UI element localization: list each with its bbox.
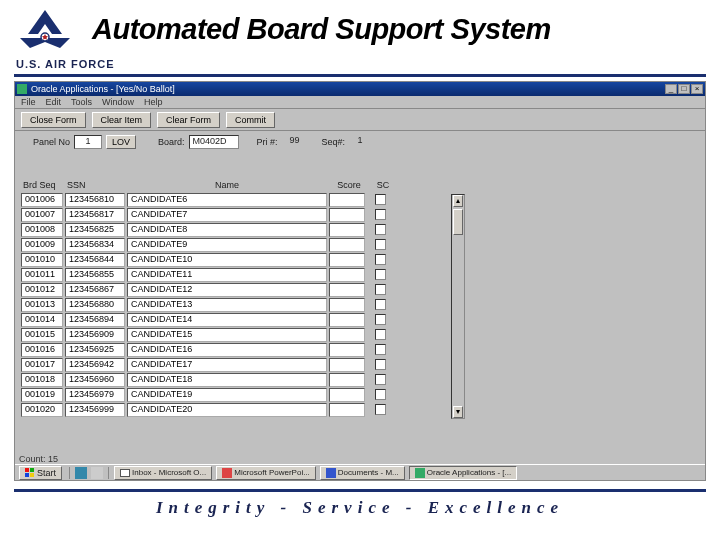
cell-seq[interactable]: 001015	[21, 328, 63, 342]
scroll-up-icon[interactable]: ▴	[453, 195, 463, 207]
table-row[interactable]: 001008123456825CANDIDATE8	[21, 222, 451, 237]
cell-ssn[interactable]: 123456844	[65, 253, 125, 267]
clear-item-button[interactable]: Clear Item	[92, 112, 152, 128]
cell-seq[interactable]: 001007	[21, 208, 63, 222]
cell-name[interactable]: CANDIDATE19	[127, 388, 327, 402]
table-row[interactable]: 001018123456960CANDIDATE18	[21, 372, 451, 387]
cell-score[interactable]	[329, 193, 365, 207]
cell-seq[interactable]: 001006	[21, 193, 63, 207]
cell-ssn[interactable]: 123456979	[65, 388, 125, 402]
close-form-button[interactable]: Close Form	[21, 112, 86, 128]
cell-seq[interactable]: 001009	[21, 238, 63, 252]
cell-ssn[interactable]: 123456867	[65, 283, 125, 297]
scroll-down-icon[interactable]: ▾	[453, 406, 463, 418]
table-row[interactable]: 001019123456979CANDIDATE19	[21, 387, 451, 402]
cell-name[interactable]: CANDIDATE20	[127, 403, 327, 417]
grid-scrollbar[interactable]: ▴ ▾	[451, 194, 465, 419]
cell-score[interactable]	[329, 238, 365, 252]
cell-ssn[interactable]: 123456894	[65, 313, 125, 327]
cell-score[interactable]	[329, 403, 365, 417]
table-row[interactable]: 001007123456817CANDIDATE7	[21, 207, 451, 222]
cell-ssn[interactable]: 123456925	[65, 343, 125, 357]
cell-seq[interactable]: 001016	[21, 343, 63, 357]
sc-checkbox[interactable]	[375, 239, 386, 250]
cell-name[interactable]: CANDIDATE16	[127, 343, 327, 357]
cell-ssn[interactable]: 123456855	[65, 268, 125, 282]
menu-edit[interactable]: Edit	[46, 97, 62, 107]
table-row[interactable]: 001010123456844CANDIDATE10	[21, 252, 451, 267]
sc-checkbox[interactable]	[375, 314, 386, 325]
quicklaunch-icon[interactable]	[75, 467, 87, 479]
sc-checkbox[interactable]	[375, 404, 386, 415]
cell-seq[interactable]: 001012	[21, 283, 63, 297]
sc-checkbox[interactable]	[375, 344, 386, 355]
cell-score[interactable]	[329, 388, 365, 402]
sc-checkbox[interactable]	[375, 329, 386, 340]
scroll-thumb[interactable]	[453, 209, 463, 235]
task-item[interactable]: Microsoft PowerPoi...	[216, 466, 316, 480]
cell-ssn[interactable]: 123456942	[65, 358, 125, 372]
cell-name[interactable]: CANDIDATE12	[127, 283, 327, 297]
cell-name[interactable]: CANDIDATE9	[127, 238, 327, 252]
board-value[interactable]: M0402D	[189, 135, 239, 149]
cell-ssn[interactable]: 123456909	[65, 328, 125, 342]
cell-name[interactable]: CANDIDATE7	[127, 208, 327, 222]
cell-seq[interactable]: 001017	[21, 358, 63, 372]
sc-checkbox[interactable]	[375, 359, 386, 370]
cell-name[interactable]: CANDIDATE18	[127, 373, 327, 387]
menu-file[interactable]: File	[21, 97, 36, 107]
cell-ssn[interactable]: 123456999	[65, 403, 125, 417]
cell-name[interactable]: CANDIDATE13	[127, 298, 327, 312]
maximize-icon[interactable]: □	[678, 84, 690, 94]
window-titlebar[interactable]: Oracle Applications - [Yes/No Ballot] _ …	[15, 82, 705, 96]
cell-score[interactable]	[329, 268, 365, 282]
menu-tools[interactable]: Tools	[71, 97, 92, 107]
task-item[interactable]: Inbox - Microsoft O...	[114, 466, 212, 480]
start-button[interactable]: Start	[19, 466, 62, 480]
table-row[interactable]: 001014123456894CANDIDATE14	[21, 312, 451, 327]
menu-window[interactable]: Window	[102, 97, 134, 107]
cell-ssn[interactable]: 123456817	[65, 208, 125, 222]
cell-score[interactable]	[329, 223, 365, 237]
menu-help[interactable]: Help	[144, 97, 163, 107]
table-row[interactable]: 001015123456909CANDIDATE15	[21, 327, 451, 342]
cell-seq[interactable]: 001008	[21, 223, 63, 237]
lov-button[interactable]: LOV	[106, 135, 136, 149]
cell-score[interactable]	[329, 373, 365, 387]
cell-score[interactable]	[329, 283, 365, 297]
cell-score[interactable]	[329, 358, 365, 372]
sc-checkbox[interactable]	[375, 269, 386, 280]
cell-seq[interactable]: 001014	[21, 313, 63, 327]
cell-ssn[interactable]: 123456960	[65, 373, 125, 387]
commit-button[interactable]: Commit	[226, 112, 275, 128]
sc-checkbox[interactable]	[375, 194, 386, 205]
sc-checkbox[interactable]	[375, 299, 386, 310]
table-row[interactable]: 001009123456834CANDIDATE9	[21, 237, 451, 252]
cell-name[interactable]: CANDIDATE17	[127, 358, 327, 372]
cell-ssn[interactable]: 123456880	[65, 298, 125, 312]
task-item[interactable]: Oracle Applications - [...	[409, 466, 517, 480]
cell-score[interactable]	[329, 343, 365, 357]
sc-checkbox[interactable]	[375, 224, 386, 235]
table-row[interactable]: 001016123456925CANDIDATE16	[21, 342, 451, 357]
cell-score[interactable]	[329, 298, 365, 312]
clear-form-button[interactable]: Clear Form	[157, 112, 220, 128]
cell-seq[interactable]: 001019	[21, 388, 63, 402]
close-icon[interactable]: ×	[691, 84, 703, 94]
task-item[interactable]: Documents - M...	[320, 466, 405, 480]
cell-name[interactable]: CANDIDATE11	[127, 268, 327, 282]
cell-name[interactable]: CANDIDATE10	[127, 253, 327, 267]
cell-name[interactable]: CANDIDATE8	[127, 223, 327, 237]
cell-seq[interactable]: 001018	[21, 373, 63, 387]
sc-checkbox[interactable]	[375, 389, 386, 400]
table-row[interactable]: 001006123456810CANDIDATE6	[21, 192, 451, 207]
sc-checkbox[interactable]	[375, 374, 386, 385]
table-row[interactable]: 001013123456880CANDIDATE13	[21, 297, 451, 312]
cell-seq[interactable]: 001010	[21, 253, 63, 267]
cell-ssn[interactable]: 123456810	[65, 193, 125, 207]
sc-checkbox[interactable]	[375, 209, 386, 220]
cell-name[interactable]: CANDIDATE6	[127, 193, 327, 207]
sc-checkbox[interactable]	[375, 284, 386, 295]
panel-no-input[interactable]: 1	[74, 135, 102, 149]
sc-checkbox[interactable]	[375, 254, 386, 265]
